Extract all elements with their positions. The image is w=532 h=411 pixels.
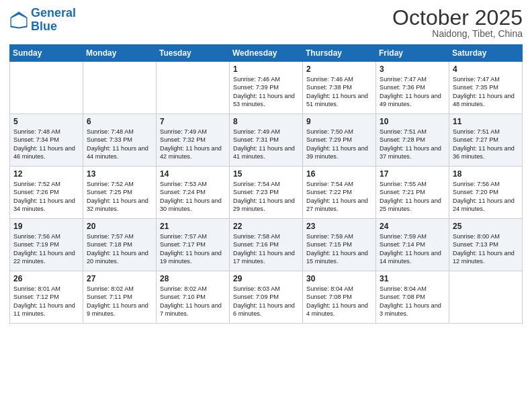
cell-content: Sunrise: 7:50 AM Sunset: 7:29 PM Dayligh… — [306, 128, 372, 161]
calendar-cell: 6Sunrise: 7:48 AM Sunset: 7:33 PM Daylig… — [83, 114, 157, 167]
day-number: 1 — [233, 64, 299, 74]
day-number: 6 — [87, 117, 152, 126]
calendar-cell: 1Sunrise: 7:46 AM Sunset: 7:39 PM Daylig… — [230, 62, 303, 114]
cell-content: Sunrise: 7:47 AM Sunset: 7:35 PM Dayligh… — [453, 75, 519, 109]
weekday-header-tuesday: Tuesday — [157, 45, 230, 62]
day-number: 21 — [160, 222, 226, 231]
month-title: October 2025 — [392, 7, 523, 28]
calendar-cell: 29Sunrise: 8:03 AM Sunset: 7:09 PM Dayli… — [230, 271, 303, 324]
calendar-table: SundayMondayTuesdayWednesdayThursdayFrid… — [9, 44, 523, 324]
location: Naidong, Tibet, China — [392, 28, 523, 39]
cell-content: Sunrise: 8:02 AM Sunset: 7:10 PM Dayligh… — [160, 285, 226, 318]
cell-content: Sunrise: 8:04 AM Sunset: 7:08 PM Dayligh… — [380, 285, 445, 318]
calendar-cell: 23Sunrise: 7:59 AM Sunset: 7:15 PM Dayli… — [303, 219, 376, 271]
day-number: 12 — [13, 169, 79, 179]
calendar-cell: 31Sunrise: 8:04 AM Sunset: 7:08 PM Dayli… — [376, 271, 449, 324]
cell-content: Sunrise: 7:48 AM Sunset: 7:33 PM Dayligh… — [87, 128, 152, 161]
calendar-cell: 30Sunrise: 8:04 AM Sunset: 7:08 PM Dayli… — [303, 271, 376, 324]
logo: GeneralBlue — [9, 7, 76, 34]
day-number: 17 — [380, 169, 445, 179]
day-number: 4 — [453, 64, 519, 74]
page-container: GeneralBlue October 2025 Naidong, Tibet,… — [0, 0, 532, 411]
cell-content: Sunrise: 8:00 AM Sunset: 7:13 PM Dayligh… — [453, 232, 519, 266]
calendar-cell: 8Sunrise: 7:49 AM Sunset: 7:31 PM Daylig… — [230, 114, 303, 167]
cell-content: Sunrise: 7:56 AM Sunset: 7:19 PM Dayligh… — [13, 232, 79, 266]
cell-content: Sunrise: 7:59 AM Sunset: 7:14 PM Dayligh… — [380, 232, 445, 266]
calendar-cell: 16Sunrise: 7:54 AM Sunset: 7:22 PM Dayli… — [303, 167, 376, 219]
calendar-cell — [10, 62, 83, 114]
day-number: 24 — [380, 222, 445, 231]
calendar-cell: 18Sunrise: 7:56 AM Sunset: 7:20 PM Dayli… — [449, 167, 523, 219]
cell-content: Sunrise: 7:54 AM Sunset: 7:23 PM Dayligh… — [233, 180, 299, 214]
day-number: 19 — [13, 222, 79, 231]
day-number: 23 — [306, 222, 372, 231]
calendar-cell: 25Sunrise: 8:00 AM Sunset: 7:13 PM Dayli… — [449, 219, 523, 271]
weekday-header-friday: Friday — [376, 45, 449, 62]
calendar-cell: 10Sunrise: 7:51 AM Sunset: 7:28 PM Dayli… — [376, 114, 449, 167]
calendar-cell: 17Sunrise: 7:55 AM Sunset: 7:21 PM Dayli… — [376, 167, 449, 219]
weekday-header-wednesday: Wednesday — [230, 45, 303, 62]
cell-content: Sunrise: 7:53 AM Sunset: 7:24 PM Dayligh… — [160, 180, 226, 214]
day-number: 3 — [380, 64, 445, 74]
calendar-cell — [83, 62, 157, 114]
day-number: 7 — [160, 117, 226, 126]
calendar-cell: 27Sunrise: 8:02 AM Sunset: 7:11 PM Dayli… — [83, 271, 157, 324]
cell-content: Sunrise: 7:59 AM Sunset: 7:15 PM Dayligh… — [306, 232, 372, 266]
calendar-cell: 22Sunrise: 7:58 AM Sunset: 7:16 PM Dayli… — [230, 219, 303, 271]
day-number: 16 — [306, 169, 372, 179]
calendar-cell: 13Sunrise: 7:52 AM Sunset: 7:25 PM Dayli… — [83, 167, 157, 219]
day-number: 10 — [380, 117, 445, 126]
calendar-cell: 24Sunrise: 7:59 AM Sunset: 7:14 PM Dayli… — [376, 219, 449, 271]
cell-content: Sunrise: 7:52 AM Sunset: 7:26 PM Dayligh… — [13, 180, 79, 214]
day-number: 30 — [306, 274, 372, 283]
calendar-cell — [449, 271, 523, 324]
day-number: 28 — [160, 274, 226, 283]
calendar-cell: 9Sunrise: 7:50 AM Sunset: 7:29 PM Daylig… — [303, 114, 376, 167]
calendar-cell: 5Sunrise: 7:48 AM Sunset: 7:34 PM Daylig… — [10, 114, 83, 167]
calendar-cell: 7Sunrise: 7:49 AM Sunset: 7:32 PM Daylig… — [157, 114, 230, 167]
cell-content: Sunrise: 7:54 AM Sunset: 7:22 PM Dayligh… — [306, 180, 372, 214]
day-number: 20 — [87, 222, 152, 231]
cell-content: Sunrise: 7:55 AM Sunset: 7:21 PM Dayligh… — [380, 180, 445, 214]
cell-content: Sunrise: 8:02 AM Sunset: 7:11 PM Dayligh… — [87, 285, 152, 318]
day-number: 8 — [233, 117, 299, 126]
cell-content: Sunrise: 7:46 AM Sunset: 7:39 PM Dayligh… — [233, 75, 299, 109]
day-number: 14 — [160, 169, 226, 179]
calendar-cell: 20Sunrise: 7:57 AM Sunset: 7:18 PM Dayli… — [83, 219, 157, 271]
title-section: October 2025 Naidong, Tibet, China — [392, 7, 523, 39]
calendar-cell: 2Sunrise: 7:46 AM Sunset: 7:38 PM Daylig… — [303, 62, 376, 114]
calendar-cell: 4Sunrise: 7:47 AM Sunset: 7:35 PM Daylig… — [449, 62, 523, 114]
cell-content: Sunrise: 7:49 AM Sunset: 7:32 PM Dayligh… — [160, 128, 226, 161]
calendar-cell: 12Sunrise: 7:52 AM Sunset: 7:26 PM Dayli… — [10, 167, 83, 219]
day-number: 11 — [453, 117, 519, 126]
day-number: 18 — [453, 169, 519, 179]
cell-content: Sunrise: 7:57 AM Sunset: 7:17 PM Dayligh… — [160, 232, 226, 266]
cell-content: Sunrise: 7:47 AM Sunset: 7:36 PM Dayligh… — [380, 75, 445, 109]
weekday-header-monday: Monday — [83, 45, 157, 62]
day-number: 29 — [233, 274, 299, 283]
weekday-header-row: SundayMondayTuesdayWednesdayThursdayFrid… — [10, 45, 523, 62]
calendar-cell: 28Sunrise: 8:02 AM Sunset: 7:10 PM Dayli… — [157, 271, 230, 324]
day-number: 22 — [233, 222, 299, 231]
week-row-2: 5Sunrise: 7:48 AM Sunset: 7:34 PM Daylig… — [10, 114, 523, 167]
cell-content: Sunrise: 8:04 AM Sunset: 7:08 PM Dayligh… — [306, 285, 372, 318]
logo-icon — [9, 11, 28, 30]
day-number: 15 — [233, 169, 299, 179]
week-row-4: 19Sunrise: 7:56 AM Sunset: 7:19 PM Dayli… — [10, 219, 523, 271]
calendar-cell: 11Sunrise: 7:51 AM Sunset: 7:27 PM Dayli… — [449, 114, 523, 167]
day-number: 26 — [13, 274, 79, 283]
cell-content: Sunrise: 7:57 AM Sunset: 7:18 PM Dayligh… — [87, 232, 152, 266]
cell-content: Sunrise: 8:01 AM Sunset: 7:12 PM Dayligh… — [13, 285, 79, 318]
cell-content: Sunrise: 7:51 AM Sunset: 7:27 PM Dayligh… — [453, 128, 519, 161]
week-row-3: 12Sunrise: 7:52 AM Sunset: 7:26 PM Dayli… — [10, 167, 523, 219]
calendar-cell: 26Sunrise: 8:01 AM Sunset: 7:12 PM Dayli… — [10, 271, 83, 324]
day-number: 2 — [306, 64, 372, 74]
cell-content: Sunrise: 7:56 AM Sunset: 7:20 PM Dayligh… — [453, 180, 519, 214]
logo-text: GeneralBlue — [31, 7, 76, 34]
calendar-cell: 19Sunrise: 7:56 AM Sunset: 7:19 PM Dayli… — [10, 219, 83, 271]
day-number: 27 — [87, 274, 152, 283]
week-row-5: 26Sunrise: 8:01 AM Sunset: 7:12 PM Dayli… — [10, 271, 523, 324]
weekday-header-thursday: Thursday — [303, 45, 376, 62]
calendar-cell: 3Sunrise: 7:47 AM Sunset: 7:36 PM Daylig… — [376, 62, 449, 114]
calendar-cell: 15Sunrise: 7:54 AM Sunset: 7:23 PM Dayli… — [230, 167, 303, 219]
